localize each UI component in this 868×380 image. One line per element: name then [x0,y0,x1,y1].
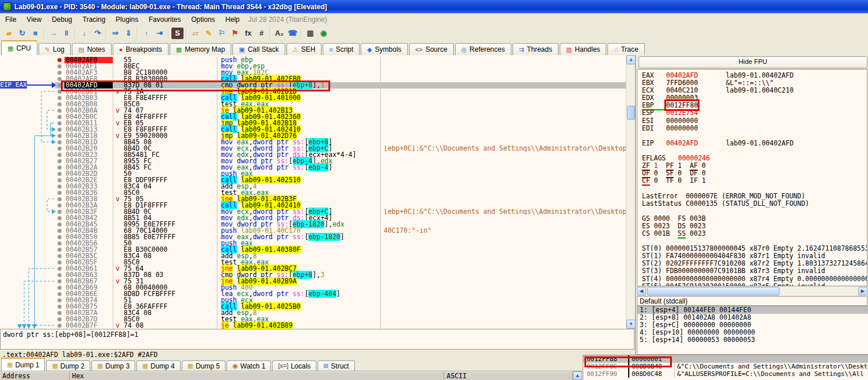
breakpoint-dot-cell[interactable] [55,101,64,108]
breakpoint-dot-cell[interactable] [55,291,64,297]
settings-globe-icon[interactable]: ◉ [318,28,330,39]
breakpoint-dot-cell[interactable] [55,139,64,145]
stack-row[interactable]: 0012FF90008D0C48&"ALLUSERSPROFILE=C:\\Do… [583,370,868,378]
tab-log[interactable]: ✎Log [39,43,71,55]
tab-breakpoints[interactable]: ●Breakpoints [113,43,169,55]
menu-item-debug[interactable]: Debug [47,14,77,25]
breakpoint-dot-cell[interactable] [55,177,64,183]
breakpoint-dot-cell[interactable] [55,120,64,126]
tab-threads[interactable]: ⇉Threads [513,43,559,55]
bytes-cell[interactable]: v74 08 [113,323,217,329]
menu-item-options[interactable]: Options [186,14,220,25]
breakpoint-dot-cell[interactable] [55,145,64,152]
scrollbar-thumb[interactable] [627,106,635,120]
scroll-up-button[interactable]: ▲ [626,55,636,64]
comment-icon[interactable]: ✎ [202,28,215,39]
menu-item-plugins[interactable]: Plugins [110,14,143,25]
breakpoint-dot-cell[interactable] [55,228,64,234]
register-row-eip[interactable]: EIP00402AFD lab09-01.00402AFD [642,140,867,147]
stack-pane[interactable]: 0012FF88000000010012FF8C008D0B40&"C:\\Do… [583,355,868,380]
instruction-cell[interactable]: je lab09-01.402B89 [217,323,381,329]
menu-item-help[interactable]: Help [220,14,245,25]
tab-call-stack[interactable]: ▣Call Stack [232,43,285,55]
tab-cpu[interactable]: ▦CPU [1,40,37,55]
breakpoint-dot-cell[interactable] [55,114,64,120]
breakpoint-dot-cell[interactable] [55,108,64,114]
disasm-row[interactable]: 00402B7Fv74 08je lab09-01.402B89 [55,323,635,329]
tab-memory-map[interactable]: ▦Memory Map [170,43,231,55]
breakpoint-dot-cell[interactable] [55,126,64,133]
breakpoint-dot-cell[interactable] [55,215,64,221]
breakpoint-dot-cell[interactable] [55,234,64,240]
tab-dump-5[interactable]: ▦Dump 5 [182,360,225,371]
stop-icon[interactable]: ■ [29,28,41,39]
breakpoint-dot-cell[interactable] [55,133,64,139]
hscrollbar-thumb[interactable] [647,287,779,295]
calling-convention-selector[interactable]: Default (stdcall) [637,296,867,306]
breakpoint-dot-cell[interactable] [55,57,64,63]
highlight-icon[interactable]: A₂ [273,28,285,39]
title-bar[interactable]: Lab09-01.exe - PID: 3540 - Module: lab09… [0,0,868,13]
breakpoint-dot-cell[interactable] [55,316,64,323]
breakpoint-dot-cell[interactable] [55,259,64,266]
run-to-icon[interactable]: ⇒ [109,28,121,39]
breakpoint-dot-cell[interactable] [55,285,64,291]
pause-icon[interactable]: ‖ [60,28,72,39]
breakpoint-dot-cell[interactable] [55,240,64,247]
tab-locals[interactable]: [x=]Locals [272,360,316,371]
tab-dump-3[interactable]: ▦Dump 3 [91,360,135,371]
disasm-row[interactable]: 00402B03 E8 F8E4FFFFcall lab09-01.401000 [55,95,635,101]
disasm-row[interactable]: 00402B6E 8D8D FCFBFFFFlea ecx,dword ptr … [55,291,635,297]
tab-seh[interactable]: ⚠SEH [286,43,322,55]
scroll-down-button[interactable]: ▼ [626,320,636,329]
tab-references[interactable]: ◎References [455,43,511,55]
breakpoint-dot-cell[interactable] [55,190,64,196]
menu-item-favourites[interactable]: Favourites [143,14,186,25]
registers-hscrollbar[interactable]: ◀ ▶ [637,287,867,295]
restart-icon[interactable]: ↻ [16,28,28,39]
scroll-right-button[interactable]: ▶ [858,287,867,295]
breakpoint-dot-cell[interactable] [55,158,64,164]
breakpoint-dot-cell[interactable] [55,278,64,285]
run-to-user-code-icon[interactable]: ⇥ [154,28,166,39]
breakpoint-dot-cell[interactable] [55,323,64,329]
disasm-row[interactable]: 00402B50 8B85 E0E7FFFFmov eax,dword ptr … [55,234,635,240]
menu-item-file[interactable]: File [0,14,21,25]
tab-dump-4[interactable]: ▦Dump 4 [136,360,180,371]
tab-dump-1[interactable]: ▦Dump 1 [1,358,45,371]
breakpoint-dot-cell[interactable] [55,183,64,190]
step-out-icon[interactable]: ⇓ [123,28,135,39]
disasm-row[interactable]: 00402B33 83C4 04add esp,4 [55,183,635,190]
breakpoint-dot-cell[interactable] [55,253,64,259]
menu-item-view[interactable]: View [21,14,47,25]
seh-chain-icon[interactable]: S [171,28,183,39]
stack-row[interactable]: 0012FF8C008D0B40&"C:\\Documents and Sett… [583,363,868,370]
breakpoint-dot-cell[interactable] [55,76,64,82]
label-icon[interactable]: ⚐ [216,28,228,39]
breakpoint-dot-cell[interactable] [55,164,64,171]
breakpoint-dot-cell[interactable] [55,266,64,272]
breakpoint-dot-cell[interactable] [55,272,64,278]
tab-trace[interactable]: ∴Trace [607,43,644,55]
address-cell[interactable]: 00402B7F [64,323,113,329]
tab-struct[interactable]: ⊞Struct [318,360,355,371]
disassembly-pane[interactable]: EIP EAX 00402AF0 55push ebp00402AF1 8BEC… [0,55,636,329]
step-into-icon[interactable]: ↓ [78,28,90,39]
breakpoint-dot-cell[interactable] [55,297,64,304]
tab-dump-2[interactable]: ▦Dump 2 [46,360,90,371]
calculator-icon[interactable]: ▦ [304,28,316,39]
stack-row[interactable]: 0012FF8800000001 [583,355,868,363]
bookmark-icon[interactable]: ⚑ [229,28,241,39]
breakpoint-dot-cell[interactable] [55,95,64,101]
tab-script[interactable]: ≡Script [323,43,360,55]
breakpoint-dot-cell[interactable] [55,63,64,70]
open-file-icon[interactable]: ▰ [3,28,15,39]
patch-icon[interactable]: ▱ [189,28,201,39]
stack-arguments-pane[interactable]: 1: [esp+4] 00144FE0 00144FE02: [esp+8] 0… [637,306,868,355]
breakpoint-dot-cell[interactable] [55,89,64,95]
tab-symbols[interactable]: ◆Symbols [361,43,407,55]
tab-watch-1[interactable]: ◉Watch 1 [227,360,271,371]
breakpoint-dot-cell[interactable] [55,196,64,202]
disasm-row[interactable]: 00402B2A 8B45 FCmov eax,dword ptr ss:[eb… [55,164,635,171]
tab-source[interactable]: <>Source [409,43,454,55]
